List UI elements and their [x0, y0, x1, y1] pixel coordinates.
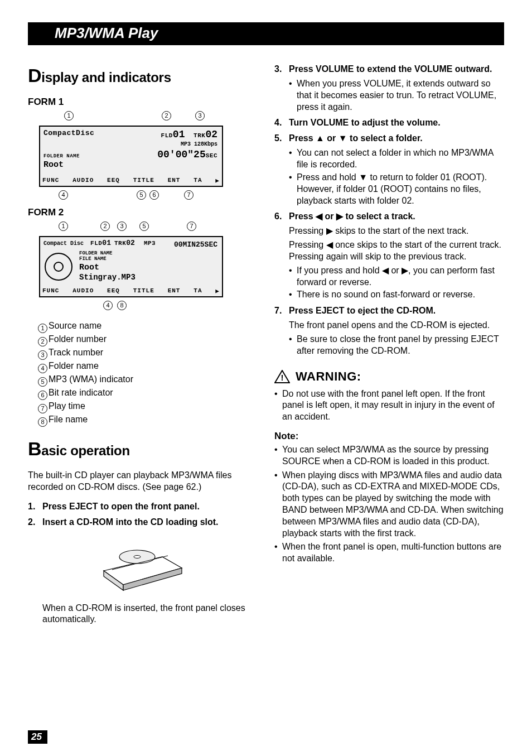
step-bullet: •There is no sound on fast-forward or re…: [289, 289, 504, 301]
step-bullet: •Be sure to close the front panel by pre…: [289, 334, 504, 357]
notes-container: •You can select MP3/WMA as the source by…: [274, 444, 504, 565]
step: 7.Press EJECT to eject the CD-ROM.: [274, 305, 504, 316]
callout-7: 7: [184, 190, 194, 200]
intro-text: The built-in CD player can playback MP3/…: [28, 470, 258, 493]
step-2: 2. Insert a CD-ROM into the CD loading s…: [28, 517, 258, 528]
step-bullet: •Press and hold ▼ to return to folder 01…: [289, 172, 504, 206]
device-illustration: [93, 535, 193, 596]
form2-bottom-callouts: 4 8: [28, 301, 258, 312]
step-sub: Pressing ◀ once skips to the start of th…: [289, 239, 504, 263]
note-item: •You can select MP3/WMA as the source by…: [274, 444, 504, 468]
callout-3: 3: [195, 111, 205, 121]
lcd-display-form2: Compact Disc FLD01 TRK02 MP3 00MIN25SEC …: [39, 236, 223, 297]
right-steps-container: 3.Press VOLUME to extend the VOLUME outw…: [274, 64, 504, 357]
warning-body: •Do not use with the front panel left op…: [274, 388, 504, 423]
callout-1: 1: [64, 111, 74, 121]
step: 6.Press ◀ or ▶ to select a track.: [274, 211, 504, 222]
note-item: •When playing discs with MP3/WMA files a…: [274, 470, 504, 540]
lcd-display-form1: CompactDisc FLD01 TRK02 MP3 128Kbps 00'0…: [39, 126, 223, 187]
step: 4.Turn VOLUME to adjust the volume.: [274, 117, 504, 128]
disc-icon: [43, 252, 74, 282]
svg-text:!: !: [281, 373, 284, 382]
heading-basic: Basic operation: [28, 438, 258, 460]
warning-icon: !: [274, 370, 290, 383]
warning-heading: ! WARNING:: [274, 369, 504, 384]
callout-6: 6: [149, 190, 159, 200]
callout-5: 5: [137, 190, 146, 200]
right-column: 3.Press VOLUME to extend the VOLUME outw…: [274, 59, 504, 628]
section-banner: MP3/WMA Play: [28, 22, 504, 45]
form1-bottom-callouts: 4 5 6 7: [28, 190, 258, 201]
left-column: Display and indicators FORM 1 1 2 3 Comp…: [28, 59, 258, 628]
heading-display: Display and indicators: [28, 65, 258, 86]
step-bullet: •When you press VOLUME, it extends outwa…: [289, 78, 504, 113]
form2-top-callouts: 1 2 3 5 7: [28, 221, 258, 233]
callout-4: 4: [59, 190, 68, 200]
note-item: •When the front panel is open, multi-fun…: [274, 541, 504, 565]
svg-point-1: [54, 262, 63, 271]
svg-point-6: [134, 555, 141, 558]
step: 5.Press ▲ or ▼ to select a folder.: [274, 133, 504, 144]
legend-list: 1Source name 2Folder number 3Track numbe…: [38, 320, 258, 427]
step-sub: The front panel opens and the CD-ROM is …: [289, 320, 504, 331]
two-column-layout: Display and indicators FORM 1 1 2 3 Comp…: [28, 59, 504, 628]
form2-label: FORM 2: [28, 207, 258, 218]
note-heading: Note:: [274, 431, 504, 442]
after-device-text: When a CD-ROM is inserted, the front pan…: [42, 603, 258, 626]
form1-label: FORM 1: [28, 97, 258, 108]
callout-2: 2: [162, 111, 171, 121]
form1-top-callouts: 1 2 3: [28, 111, 258, 122]
manual-page: MP3/WMA Play Display and indicators FORM…: [0, 0, 532, 639]
step-1: 1. Press EJECT to open the front panel.: [28, 501, 258, 512]
step-sub: Pressing ▶ skips to the start of the nex…: [289, 225, 504, 237]
step-bullet: •You can not select a folder in which no…: [289, 147, 504, 171]
step: 3.Press VOLUME to extend the VOLUME outw…: [274, 64, 504, 75]
svg-point-0: [45, 253, 72, 280]
step-bullet: •If you press and hold ◀ or ▶, you can p…: [289, 265, 504, 288]
